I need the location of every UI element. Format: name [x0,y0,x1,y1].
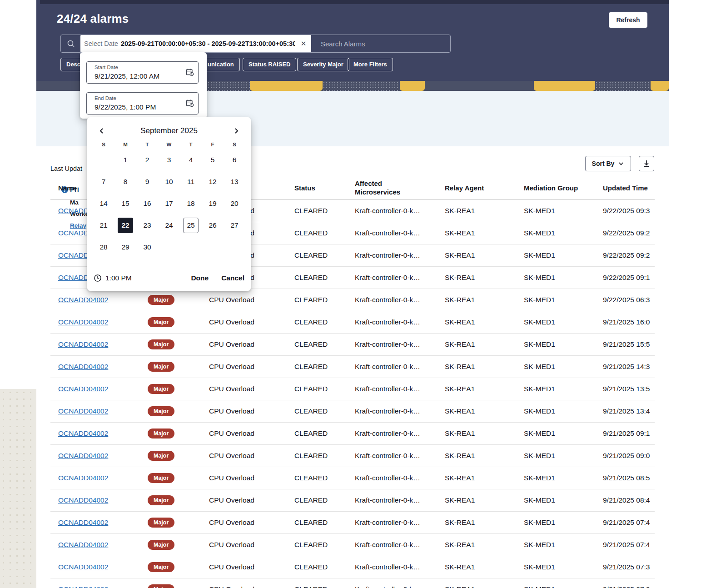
calendar-day-26[interactable]: 26 [202,214,224,236]
start-date-field[interactable]: Start Date 9/21/2025, 12:00 AM [86,61,199,84]
day-number[interactable]: 29 [118,239,133,255]
done-button[interactable]: Done [191,274,209,282]
day-number[interactable]: 8 [118,174,133,189]
day-number[interactable]: 12 [205,174,220,189]
calendar-day-2[interactable]: 2 [136,149,158,171]
alarm-name-link[interactable]: OCNADD04002 [58,518,108,526]
relay-agent-cell: SK-REA1 [445,407,524,415]
calendar-day-12[interactable]: 12 [202,171,224,193]
calendar-day-30[interactable]: 30 [136,236,158,258]
day-number[interactable]: 6 [227,152,242,168]
calendar-day-19[interactable]: 19 [202,193,224,214]
alarm-name-link[interactable]: OCNADD04002 [58,474,108,482]
calendar-clock-icon[interactable] [186,99,194,109]
day-number[interactable]: 2 [139,152,155,168]
calendar-day-8[interactable]: 8 [114,171,136,193]
day-number[interactable]: 3 [161,152,177,168]
calendar-day-24[interactable]: 24 [158,214,180,236]
day-number[interactable]: 15 [118,196,133,211]
calendar-day-1[interactable]: 1 [114,149,136,171]
alarm-name-link[interactable]: OCNADD04002 [58,407,108,415]
day-number[interactable]: 7 [96,174,111,189]
calendar-day-22[interactable]: 22 [114,214,136,236]
alarm-name-link[interactable]: OCNADD04002 [58,585,108,588]
calendar-day-10[interactable]: 10 [158,171,180,193]
calendar-day-5[interactable]: 5 [202,149,224,171]
day-number[interactable]: 17 [161,196,177,211]
affected-microservices-cell: Kraft-controller-0-k… [355,251,445,259]
calendar-day-14[interactable]: 14 [93,193,114,214]
severity-badge: Major [148,473,174,483]
alarm-name-link[interactable]: OCNADD04002 [58,429,108,437]
calendar-day-20[interactable]: 20 [224,193,245,214]
refresh-button[interactable]: Refresh [609,12,647,28]
day-number[interactable]: 14 [96,196,111,211]
calendar-day-17[interactable]: 17 [158,193,180,214]
updated-time-cell: 9/22/2025 06:3 [603,296,655,304]
calendar-day-27[interactable]: 27 [224,214,245,236]
calendar-day-3[interactable]: 3 [158,149,180,171]
day-number[interactable]: 1 [118,152,133,168]
search-alarms-input[interactable]: Search Alarms [311,35,450,52]
day-number[interactable]: 18 [183,196,199,211]
calendar-day-29[interactable]: 29 [114,236,136,258]
day-number[interactable]: 9 [139,174,155,189]
calendar-day-21[interactable]: 21 [93,214,114,236]
sort-by-button[interactable]: Sort By [585,156,631,171]
calendar-day-6[interactable]: 6 [224,149,245,171]
day-number[interactable]: 19 [205,196,220,211]
next-month-button[interactable] [231,125,242,136]
day-number[interactable]: 4 [183,152,199,168]
cancel-button[interactable]: Cancel [221,274,244,282]
calendar-day-23[interactable]: 23 [136,214,158,236]
day-number[interactable]: 16 [139,196,155,211]
calendar-day-18[interactable]: 18 [180,193,202,214]
clear-date-icon[interactable]: ✕ [298,38,309,50]
background-pattern [0,389,36,588]
calendar-day-25[interactable]: 25 [180,214,202,236]
end-date-field[interactable]: End Date 9/22/2025, 1:00 PM [86,92,199,115]
day-number[interactable]: 26 [205,218,220,233]
calendar-day-16[interactable]: 16 [136,193,158,214]
day-number[interactable]: 23 [139,218,155,233]
prev-month-button[interactable] [96,125,107,136]
filter-chip[interactable]: More Filters [348,58,393,71]
calendar-day-4[interactable]: 4 [180,149,202,171]
filter-chip[interactable]: Status RAISED [243,58,296,71]
alarm-name-link[interactable]: OCNADD04002 [58,563,108,571]
day-number[interactable]: 24 [161,218,177,233]
selected-time[interactable]: 1:00 PM [105,274,132,282]
alarm-name-link[interactable]: OCNADD04002 [58,496,108,504]
day-number[interactable]: 10 [161,174,177,189]
day-number[interactable]: 27 [227,218,242,233]
calendar-clock-icon[interactable] [186,68,194,78]
table-row: OCNADD04002MajorCPU OverloadCLEAREDKraft… [50,334,655,356]
day-number[interactable]: 21 [96,218,111,233]
download-button[interactable] [639,156,654,171]
day-number[interactable]: 30 [139,239,155,255]
calendar-day-11[interactable]: 11 [180,171,202,193]
calendar-day-15[interactable]: 15 [114,193,136,214]
end-date-label: End Date [94,95,116,101]
alarm-name-link[interactable]: OCNADD04002 [58,340,108,348]
day-number[interactable]: 13 [227,174,242,189]
filter-chip[interactable]: Severity Major [297,58,349,71]
day-number[interactable]: 20 [227,196,242,211]
calendar-day-28[interactable]: 28 [93,236,114,258]
calendar-day-7[interactable]: 7 [93,171,114,193]
alarm-name-link[interactable]: OCNADD04002 [58,541,108,548]
alarm-name-link[interactable]: OCNADD04002 [58,318,108,326]
alarm-name-link[interactable]: OCNADD04002 [58,452,108,459]
day-number[interactable]: 25 [183,218,199,233]
alarm-name-link[interactable]: OCNADD04002 [58,296,108,304]
calendar-day-9[interactable]: 9 [136,171,158,193]
calendar-day-13[interactable]: 13 [224,171,245,193]
alarm-name-link[interactable]: OCNADD04002 [58,385,108,393]
date-range-field[interactable]: Select Date 2025-09-21T00:00:00+05:30 - … [80,35,311,52]
status-cell: CLEARED [294,496,355,504]
alarm-name-link[interactable]: OCNADD04002 [58,363,108,370]
day-number[interactable]: 5 [205,152,220,168]
day-number[interactable]: 22 [118,218,133,233]
day-number[interactable]: 28 [96,239,111,255]
day-number[interactable]: 11 [183,174,199,189]
